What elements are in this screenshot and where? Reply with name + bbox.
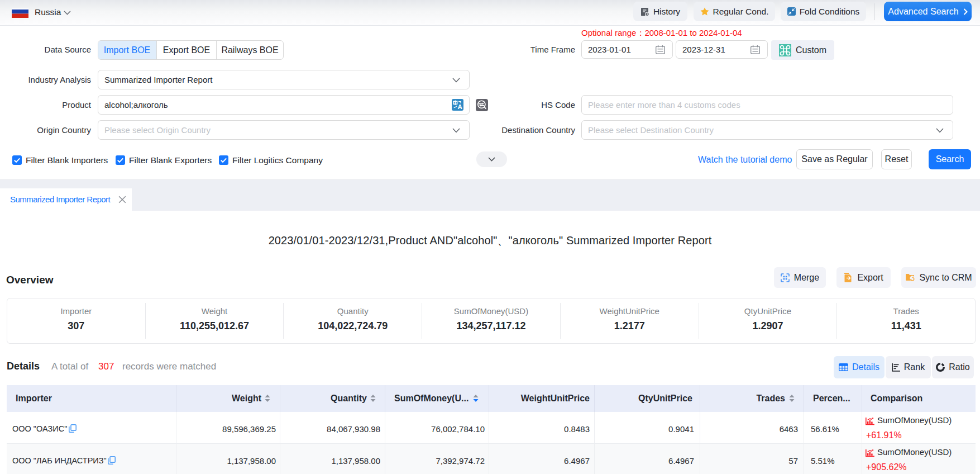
svg-text:A: A: [457, 103, 462, 110]
